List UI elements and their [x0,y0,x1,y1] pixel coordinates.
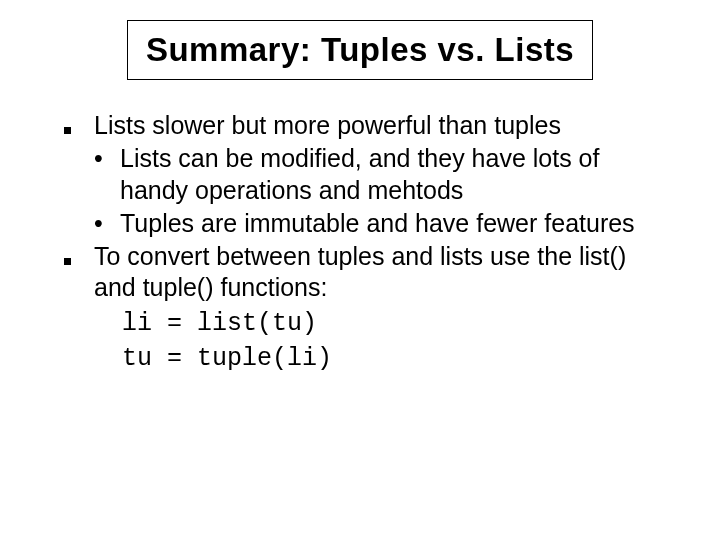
sub-bullet-text: Tuples are immutable and have fewer feat… [120,208,662,239]
sub-bullet-item: • Tuples are immutable and have fewer fe… [94,208,662,239]
dot-bullet-icon: • [94,208,120,239]
code-line: li = list(tu) [122,308,662,339]
sub-bullet-item: • Lists can be modified, and they have l… [94,143,662,206]
bullet-item: Lists slower but more powerful than tupl… [58,110,662,141]
bullet-text: Lists slower but more powerful than tupl… [94,110,662,141]
code-line: tu = tuple(li) [122,343,662,374]
sub-bullet-text: Lists can be modified, and they have lot… [120,143,662,206]
slide-title: Summary: Tuples vs. Lists [146,31,574,69]
bullet-item: To convert between tuples and lists use … [58,241,662,304]
title-box: Summary: Tuples vs. Lists [127,20,593,80]
dot-bullet-icon: • [94,143,120,206]
bullet-text: To convert between tuples and lists use … [94,241,662,304]
square-bullet-icon [58,110,94,141]
slide-content: Lists slower but more powerful than tupl… [50,110,670,374]
square-bullet-icon [58,241,94,304]
